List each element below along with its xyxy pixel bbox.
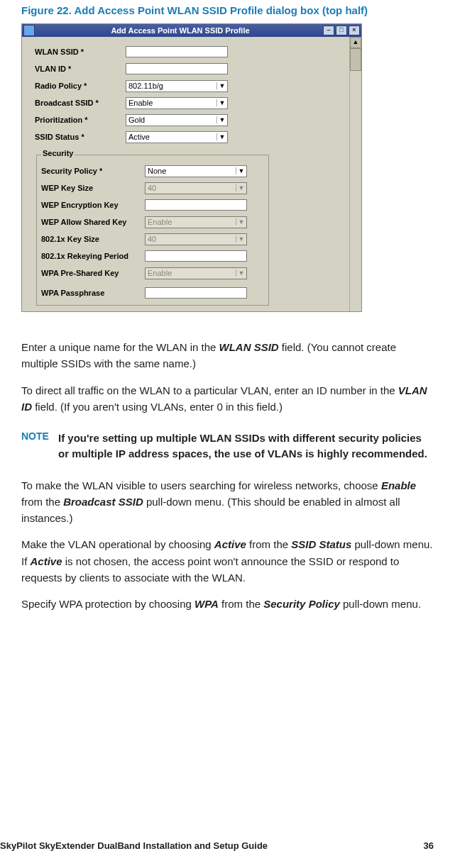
prioritization-value: Gold: [126, 116, 216, 124]
figure-caption: Figure 22. Add Access Point WLAN SSID Pr…: [21, 4, 434, 16]
x8021-rekey-label: 802.1x Rekeying Period: [41, 252, 145, 260]
dialog-title: Add Access Point WLAN SSID Profile: [38, 26, 323, 35]
security-fieldset: Security Security Policy * None ▼ WEP Ke…: [36, 150, 269, 306]
text: Specify WPA protection by choosing: [21, 598, 194, 610]
chevron-down-icon: ▼: [216, 133, 227, 140]
titlebar[interactable]: Add Access Point WLAN SSID Profile – □ ×: [22, 24, 361, 37]
chevron-down-icon: ▼: [216, 99, 227, 106]
wep-allow-shared-label: WEP Allow Shared Key: [41, 218, 145, 226]
security-legend: Security: [41, 149, 75, 157]
x8021-key-size-value: 40: [146, 235, 236, 243]
term-ssid-status: SSID Status: [291, 538, 351, 550]
chevron-down-icon: ▼: [216, 116, 227, 123]
wep-allow-shared-value: Enable: [146, 218, 236, 226]
minimize-button[interactable]: –: [323, 26, 334, 35]
prioritization-select[interactable]: Gold ▼: [126, 114, 228, 126]
close-button[interactable]: ×: [349, 26, 360, 35]
vlan-id-input[interactable]: [126, 63, 228, 74]
scrollbar[interactable]: ▲: [349, 37, 361, 311]
radio-policy-select[interactable]: 802.11b/g ▼: [126, 80, 228, 92]
security-policy-select[interactable]: None ▼: [145, 165, 247, 177]
paragraph: To make the WLAN visible to users search…: [21, 477, 434, 527]
text: field. (If you aren't using VLANs, enter…: [32, 401, 283, 413]
wep-key-size-label: WEP Key Size: [41, 184, 145, 192]
x8021-rekey-input[interactable]: [145, 250, 247, 262]
paragraph: To direct all traffic on the WLAN to a p…: [21, 382, 434, 416]
term-security-policy: Security Policy: [263, 598, 340, 610]
wlan-ssid-profile-dialog: Add Access Point WLAN SSID Profile – □ ×…: [21, 23, 362, 312]
term-wlan-ssid: WLAN SSID: [219, 341, 279, 353]
wpa-psk-value: Enable: [146, 269, 236, 277]
broadcast-ssid-select[interactable]: Enable ▼: [126, 97, 228, 109]
paragraph: Make the VLAN operational by choosing Ac…: [21, 536, 434, 586]
chevron-down-icon: ▼: [236, 184, 246, 191]
wep-encryption-key-label: WEP Encryption Key: [41, 201, 145, 209]
chevron-down-icon: ▼: [236, 235, 246, 243]
note-block: NOTE If you're setting up multiple WLAN …: [21, 430, 434, 462]
chevron-down-icon: ▼: [236, 218, 246, 226]
ssid-status-value: Active: [126, 133, 216, 141]
wep-encryption-key-input[interactable]: [145, 199, 247, 211]
radio-policy-label: Radio Policy *: [35, 82, 126, 90]
wpa-passphrase-label: WPA Passphrase: [41, 289, 145, 297]
broadcast-ssid-value: Enable: [126, 99, 216, 107]
maximize-button[interactable]: □: [336, 26, 347, 35]
text: from the: [21, 496, 63, 508]
chevron-down-icon: ▼: [236, 269, 246, 277]
scroll-up-icon[interactable]: ▲: [350, 37, 361, 48]
text: Enter a unique name for the WLAN in the: [21, 341, 219, 353]
security-policy-value: None: [146, 167, 236, 175]
wlan-ssid-input[interactable]: [126, 46, 228, 57]
text: pull-down menu.: [340, 598, 421, 610]
security-policy-label: Security Policy *: [41, 167, 145, 175]
page-footer: SkyPilot SkyExtender DualBand Installati…: [0, 840, 455, 851]
app-icon: [23, 25, 35, 36]
wep-allow-shared-select: Enable ▼: [145, 216, 247, 228]
x8021-key-size-select: 40 ▼: [145, 233, 247, 245]
term-active: Active: [31, 555, 62, 567]
note-label: NOTE: [21, 430, 58, 462]
footer-title: SkyPilot SkyExtender DualBand Installati…: [0, 840, 268, 851]
term-broadcast-ssid: Broadcast SSID: [63, 496, 143, 508]
chevron-down-icon: ▼: [236, 167, 246, 174]
vlan-id-label: VLAN ID *: [35, 65, 126, 73]
text: is not chosen, the access point won't an…: [21, 555, 399, 584]
text: from the: [246, 538, 291, 550]
paragraph: Enter a unique name for the WLAN in the …: [21, 339, 434, 372]
radio-policy-value: 802.11b/g: [126, 82, 216, 90]
wlan-ssid-label: WLAN SSID *: [35, 48, 126, 56]
wep-key-size-select: 40 ▼: [145, 182, 247, 194]
wep-key-size-value: 40: [146, 184, 236, 192]
text: Make the VLAN operational by choosing: [21, 538, 214, 550]
term-wpa: WPA: [194, 598, 219, 610]
term-active: Active: [214, 538, 246, 550]
chevron-down-icon: ▼: [216, 82, 227, 89]
ssid-status-label: SSID Status *: [35, 133, 126, 141]
note-text: If you're setting up multiple WLAN SSIDs…: [58, 430, 434, 462]
broadcast-ssid-label: Broadcast SSID *: [35, 99, 126, 107]
prioritization-label: Prioritization *: [35, 116, 126, 124]
scroll-thumb[interactable]: [350, 48, 361, 71]
term-enable: Enable: [381, 479, 416, 491]
wpa-passphrase-input[interactable]: [145, 287, 247, 299]
ssid-status-select[interactable]: Active ▼: [126, 131, 228, 143]
paragraph: Specify WPA protection by choosing WPA f…: [21, 596, 434, 612]
page-number: 36: [424, 840, 434, 851]
x8021-key-size-label: 802.1x Key Size: [41, 235, 145, 243]
text: To make the WLAN visible to users search…: [21, 479, 381, 491]
wpa-psk-select: Enable ▼: [145, 267, 247, 279]
text: from the: [219, 598, 263, 610]
text: To direct all traffic on the WLAN to a p…: [21, 384, 398, 396]
wpa-psk-label: WPA Pre-Shared Key: [41, 269, 145, 277]
